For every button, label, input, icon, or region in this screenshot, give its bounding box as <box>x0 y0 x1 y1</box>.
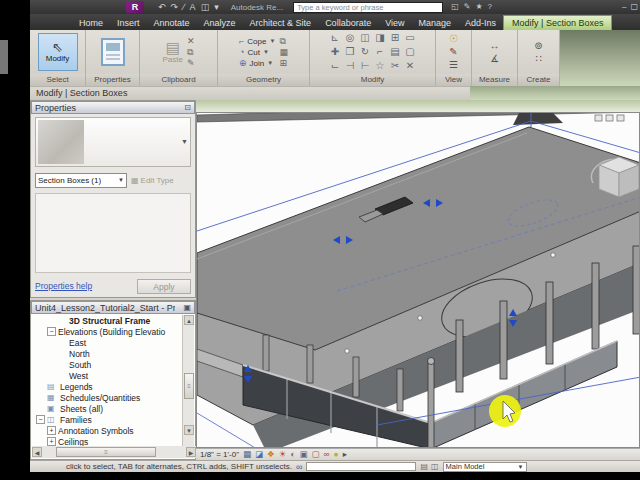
tree-item-sheets-all-[interactable]: ▣Sheets (all) <box>32 403 184 414</box>
array-icon[interactable]: ▤ <box>390 46 399 58</box>
type-selector[interactable]: ▼ <box>35 117 191 167</box>
search-input[interactable]: Type a keyword or phrase <box>293 2 443 13</box>
measure-line-icon[interactable]: ↔ <box>490 40 500 52</box>
delete2-icon[interactable]: ✕ <box>406 60 414 72</box>
scale-icon[interactable]: ▦ <box>243 449 251 460</box>
scroll-up-icon[interactable]: ▲ <box>184 315 194 325</box>
minimize-button[interactable]: – <box>622 1 626 13</box>
wall-icon[interactable]: ▦ <box>279 47 288 57</box>
tab-architect-site[interactable]: Architect & Site <box>243 16 319 30</box>
panel-properties-label[interactable]: Properties <box>86 74 139 86</box>
tab-insert[interactable]: Insert <box>110 16 147 30</box>
favorites-icon[interactable]: ★ <box>475 1 482 13</box>
expand-icon[interactable]: ▸ <box>343 449 347 460</box>
expand-icon[interactable]: + <box>47 437 56 446</box>
unjoin-icon[interactable]: ☆ <box>376 60 385 72</box>
panel-clipboard-label[interactable]: Clipboard <box>140 74 217 86</box>
scale-button[interactable]: 1/8" = 1'-0" <box>200 450 239 459</box>
trim-icon[interactable]: ⌐ <box>377 46 383 58</box>
browser-close-icon[interactable]: ▣ <box>183 303 191 312</box>
view-window-buttons[interactable] <box>595 115 624 121</box>
copy-icon[interactable]: ⧉ <box>187 47 195 57</box>
panel-select-label[interactable]: Select <box>30 74 85 86</box>
revit-logo-icon[interactable]: R <box>126 1 144 13</box>
corner-icon[interactable]: ⌙ <box>331 60 339 72</box>
tab-analyze[interactable]: Analyze <box>197 16 243 30</box>
assembly-icon[interactable]: ∷ <box>535 53 541 65</box>
lightbulb-icon[interactable]: ☉ <box>449 33 458 45</box>
properties-help-link[interactable]: Properties help <box>35 281 92 291</box>
tree-item-annotation-symbols[interactable]: +Annotation Symbols <box>32 425 184 436</box>
exchange-icon[interactable]: ◱ <box>451 1 459 13</box>
keytip-icon[interactable]: ✎ <box>464 1 471 13</box>
tree-item-south[interactable]: South <box>32 359 184 370</box>
horizontal-scroll-thumb[interactable]: ≡ <box>56 447 156 457</box>
tab-add-ins[interactable]: Add-Ins <box>458 16 503 30</box>
properties-palette-header[interactable]: Properties ⊡ <box>31 101 195 114</box>
redo-icon[interactable]: ↷ <box>171 1 179 13</box>
cut2-icon[interactable]: ✂ <box>391 60 399 72</box>
matchtype-icon[interactable]: ✎ <box>187 58 195 68</box>
active-workset-combo[interactable]: Main Model ▼ <box>443 462 527 472</box>
detail-level-icon[interactable]: ◪ <box>255 449 263 460</box>
sync-icon[interactable]: ◫ <box>201 1 210 13</box>
tab-manage[interactable]: Manage <box>412 16 459 30</box>
split-icon[interactable]: ⊞ <box>391 32 399 44</box>
collapse-icon[interactable]: − <box>47 327 56 336</box>
panel-geometry-label[interactable]: Geometry <box>218 74 309 86</box>
thinlines-icon[interactable]: ☰ <box>449 59 458 71</box>
copy-move-icon[interactable]: ❐ <box>346 46 355 58</box>
tree-item-3d-structural-frame[interactable]: 3D Structural Frame <box>32 315 184 326</box>
qat-dropdown-icon[interactable]: ▾ <box>214 1 219 13</box>
visual-style-icon[interactable]: ❖ <box>267 449 275 460</box>
pin-icon[interactable]: ▭ <box>405 32 414 44</box>
browser-vertical-scrollbar[interactable]: ▲ ≡ ▼ <box>182 315 194 447</box>
edit-type-button[interactable]: ▦ Edit Type <box>131 176 174 185</box>
mirror-draw-icon[interactable]: ◨ <box>375 32 384 44</box>
tab-collaborate[interactable]: Collaborate <box>318 16 378 30</box>
tree-item-families[interactable]: −◫Families <box>32 414 184 425</box>
rotate-icon[interactable]: ↻ <box>361 46 369 58</box>
sun-path-icon[interactable]: ☀ <box>279 449 287 460</box>
help-icon[interactable]: ? <box>488 1 492 13</box>
mirror-icon[interactable]: ◫ <box>360 32 369 44</box>
geometry-tool-join[interactable]: ⊕Join▼ <box>239 58 275 68</box>
vertical-scroll-thumb[interactable]: ≡ <box>184 373 194 399</box>
reveal-hidden-icon[interactable]: ● <box>334 449 339 460</box>
measure-icon[interactable]: ∕ <box>183 1 185 13</box>
properties-button[interactable] <box>101 38 125 66</box>
delete-icon[interactable]: ✕ <box>187 36 195 46</box>
crop-visibility-icon[interactable]: ▢ <box>312 449 320 460</box>
linework-icon[interactable]: ✎ <box>449 46 457 58</box>
status-input[interactable] <box>306 462 416 471</box>
tree-item-north[interactable]: North <box>32 348 184 359</box>
editable-only-icon[interactable]: ▤ <box>420 462 428 471</box>
beam-icon[interactable]: ⧉ <box>279 36 288 46</box>
property-grid[interactable] <box>35 193 191 273</box>
extend-icon[interactable]: ⊣ <box>346 60 355 72</box>
tree-item-east[interactable]: East <box>32 337 184 348</box>
shadows-icon[interactable]: ◐ <box>290 449 295 460</box>
offset-icon[interactable]: ◎ <box>346 32 355 44</box>
panel-modify-label[interactable]: Modify <box>310 74 435 86</box>
tree-item-elevations-building-elevatio[interactable]: −Elevations (Building Elevatio <box>32 326 184 337</box>
panel-create-label[interactable]: Create <box>518 74 559 86</box>
apply-button[interactable]: Apply <box>137 279 191 294</box>
tab-view[interactable]: View <box>378 16 411 30</box>
tab-home[interactable]: Home <box>72 16 110 30</box>
tab-annotate[interactable]: Annotate <box>147 16 197 30</box>
align-icon[interactable]: ⊾ <box>331 32 339 44</box>
panel-measure-label[interactable]: Measure <box>472 74 517 86</box>
scroll-down-icon[interactable]: ▼ <box>184 425 194 435</box>
scroll-right-icon[interactable]: ▶ <box>186 447 196 457</box>
measure-angle-icon[interactable]: ∡ <box>490 53 499 65</box>
type-selector-dropdown-icon[interactable]: ▼ <box>181 138 188 145</box>
panel-view-label[interactable]: View <box>436 74 471 86</box>
instance-filter-combo[interactable]: Section Boxes (1) ▼ <box>35 173 127 188</box>
move-icon[interactable]: ✚ <box>331 46 339 58</box>
geometry-tool-cope[interactable]: ⌐Cope▼ <box>239 36 275 46</box>
model-viewport[interactable] <box>196 112 640 448</box>
paste-button[interactable]: ▤ Paste <box>162 40 182 64</box>
text-icon[interactable]: A <box>190 1 196 13</box>
geometry-tool-cut[interactable]: ◔Cut▼ <box>239 47 275 57</box>
